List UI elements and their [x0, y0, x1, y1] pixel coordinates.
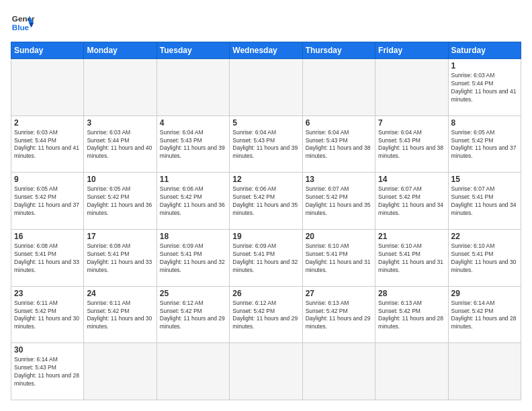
day-cell-30: 30Sunrise: 6:14 AMSunset: 5:43 PMDayligh…: [11, 343, 84, 400]
day-cell-28: 28Sunrise: 6:13 AMSunset: 5:42 PMDayligh…: [375, 286, 448, 343]
day-info: Sunrise: 6:04 AMSunset: 5:43 PMDaylight:…: [232, 129, 299, 161]
day-info: Sunrise: 6:05 AMSunset: 5:42 PMDaylight:…: [451, 129, 518, 161]
day-cell-1: 1Sunrise: 6:03 AMSunset: 5:44 PMDaylight…: [448, 59, 521, 116]
day-info: Sunrise: 6:06 AMSunset: 5:42 PMDaylight:…: [160, 185, 226, 218]
day-number: 29: [451, 289, 518, 298]
page: General Blue SundayMondayTuesdayWednesda…: [0, 0, 532, 411]
logo-icon: General Blue: [11, 11, 35, 35]
day-cell-21: 21Sunrise: 6:10 AMSunset: 5:41 PMDayligh…: [375, 229, 448, 286]
day-number: 11: [160, 175, 226, 184]
day-info: Sunrise: 6:07 AMSunset: 5:41 PMDaylight:…: [451, 185, 518, 218]
day-header-saturday: Saturday: [448, 42, 521, 59]
day-number: 23: [14, 289, 81, 298]
day-cell-7: 7Sunrise: 6:04 AMSunset: 5:43 PMDaylight…: [375, 116, 448, 173]
day-info: Sunrise: 6:03 AMSunset: 5:44 PMDaylight:…: [87, 129, 153, 161]
day-info: Sunrise: 6:10 AMSunset: 5:41 PMDaylight:…: [451, 242, 518, 275]
day-cell-18: 18Sunrise: 6:09 AMSunset: 5:41 PMDayligh…: [157, 229, 229, 286]
day-cell-19: 19Sunrise: 6:09 AMSunset: 5:41 PMDayligh…: [230, 229, 302, 286]
day-info: Sunrise: 6:03 AMSunset: 5:44 PMDaylight:…: [14, 129, 81, 161]
day-cell-27: 27Sunrise: 6:13 AMSunset: 5:42 PMDayligh…: [302, 286, 375, 343]
day-info: Sunrise: 6:13 AMSunset: 5:42 PMDaylight:…: [378, 300, 445, 332]
day-cell-5: 5Sunrise: 6:04 AMSunset: 5:43 PMDaylight…: [230, 116, 302, 173]
day-info: Sunrise: 6:08 AMSunset: 5:41 PMDaylight:…: [87, 242, 153, 275]
empty-cell: [230, 343, 302, 400]
day-cell-10: 10Sunrise: 6:05 AMSunset: 5:42 PMDayligh…: [84, 173, 157, 230]
day-number: 4: [160, 118, 226, 128]
day-number: 1: [451, 61, 518, 71]
day-cell-24: 24Sunrise: 6:11 AMSunset: 5:42 PMDayligh…: [84, 286, 157, 343]
day-number: 30: [14, 345, 81, 355]
day-header-wednesday: Wednesday: [230, 42, 302, 59]
day-number: 27: [306, 289, 372, 298]
header: General Blue: [11, 11, 521, 35]
day-cell-12: 12Sunrise: 6:06 AMSunset: 5:42 PMDayligh…: [230, 173, 302, 230]
day-info: Sunrise: 6:03 AMSunset: 5:44 PMDaylight:…: [451, 72, 518, 104]
day-info: Sunrise: 6:09 AMSunset: 5:41 PMDaylight:…: [160, 242, 226, 275]
day-info: Sunrise: 6:04 AMSunset: 5:43 PMDaylight:…: [306, 129, 372, 161]
day-info: Sunrise: 6:12 AMSunset: 5:42 PMDaylight:…: [232, 300, 299, 332]
day-header-thursday: Thursday: [302, 42, 375, 59]
day-cell-17: 17Sunrise: 6:08 AMSunset: 5:41 PMDayligh…: [84, 229, 157, 286]
day-info: Sunrise: 6:11 AMSunset: 5:42 PMDaylight:…: [87, 300, 153, 332]
day-number: 9: [14, 175, 81, 184]
day-header-sunday: Sunday: [11, 42, 84, 59]
day-cell-20: 20Sunrise: 6:10 AMSunset: 5:41 PMDayligh…: [302, 229, 375, 286]
day-cell-15: 15Sunrise: 6:07 AMSunset: 5:41 PMDayligh…: [448, 173, 521, 230]
day-header-tuesday: Tuesday: [157, 42, 229, 59]
day-number: 13: [306, 175, 372, 184]
day-number: 24: [87, 289, 153, 298]
day-number: 5: [232, 118, 299, 128]
day-info: Sunrise: 6:06 AMSunset: 5:42 PMDaylight:…: [232, 185, 299, 218]
day-number: 16: [14, 232, 81, 241]
day-number: 15: [451, 175, 518, 184]
day-info: Sunrise: 6:09 AMSunset: 5:41 PMDaylight:…: [232, 242, 299, 275]
day-number: 21: [378, 232, 445, 241]
day-cell-6: 6Sunrise: 6:04 AMSunset: 5:43 PMDaylight…: [302, 116, 375, 173]
empty-cell: [448, 343, 521, 400]
day-info: Sunrise: 6:04 AMSunset: 5:43 PMDaylight:…: [160, 129, 226, 161]
empty-cell: [84, 59, 157, 116]
day-info: Sunrise: 6:05 AMSunset: 5:42 PMDaylight:…: [87, 185, 153, 218]
day-info: Sunrise: 6:14 AMSunset: 5:42 PMDaylight:…: [451, 300, 518, 332]
day-header-monday: Monday: [84, 42, 157, 59]
day-header-friday: Friday: [375, 42, 448, 59]
day-info: Sunrise: 6:10 AMSunset: 5:41 PMDaylight:…: [306, 242, 372, 275]
day-number: 10: [87, 175, 153, 184]
svg-text:Blue: Blue: [12, 23, 30, 32]
day-cell-25: 25Sunrise: 6:12 AMSunset: 5:42 PMDayligh…: [157, 286, 229, 343]
day-cell-26: 26Sunrise: 6:12 AMSunset: 5:42 PMDayligh…: [230, 286, 302, 343]
day-info: Sunrise: 6:08 AMSunset: 5:41 PMDaylight:…: [14, 242, 81, 275]
day-number: 17: [87, 232, 153, 241]
empty-cell: [302, 59, 375, 116]
empty-cell: [375, 343, 448, 400]
day-info: Sunrise: 6:10 AMSunset: 5:41 PMDaylight:…: [378, 242, 445, 275]
empty-cell: [302, 343, 375, 400]
day-info: Sunrise: 6:12 AMSunset: 5:42 PMDaylight:…: [160, 300, 226, 332]
day-number: 14: [378, 175, 445, 184]
day-number: 19: [232, 232, 299, 241]
day-number: 6: [306, 118, 372, 128]
day-number: 26: [232, 289, 299, 298]
day-cell-23: 23Sunrise: 6:11 AMSunset: 5:42 PMDayligh…: [11, 286, 84, 343]
empty-cell: [157, 343, 229, 400]
empty-cell: [230, 59, 302, 116]
empty-cell: [84, 343, 157, 400]
day-number: 22: [451, 232, 518, 241]
day-number: 3: [87, 118, 153, 128]
empty-cell: [375, 59, 448, 116]
day-info: Sunrise: 6:07 AMSunset: 5:42 PMDaylight:…: [306, 185, 372, 218]
day-number: 8: [451, 118, 518, 128]
day-number: 25: [160, 289, 226, 298]
day-info: Sunrise: 6:13 AMSunset: 5:42 PMDaylight:…: [306, 300, 372, 332]
day-cell-22: 22Sunrise: 6:10 AMSunset: 5:41 PMDayligh…: [448, 229, 521, 286]
day-cell-16: 16Sunrise: 6:08 AMSunset: 5:41 PMDayligh…: [11, 229, 84, 286]
day-info: Sunrise: 6:05 AMSunset: 5:42 PMDaylight:…: [14, 185, 81, 218]
day-cell-2: 2Sunrise: 6:03 AMSunset: 5:44 PMDaylight…: [11, 116, 84, 173]
svg-marker-3: [29, 23, 34, 28]
day-info: Sunrise: 6:14 AMSunset: 5:43 PMDaylight:…: [14, 356, 81, 388]
empty-cell: [11, 59, 84, 116]
day-cell-14: 14Sunrise: 6:07 AMSunset: 5:42 PMDayligh…: [375, 173, 448, 230]
day-number: 7: [378, 118, 445, 128]
day-number: 2: [14, 118, 81, 128]
day-cell-29: 29Sunrise: 6:14 AMSunset: 5:42 PMDayligh…: [448, 286, 521, 343]
